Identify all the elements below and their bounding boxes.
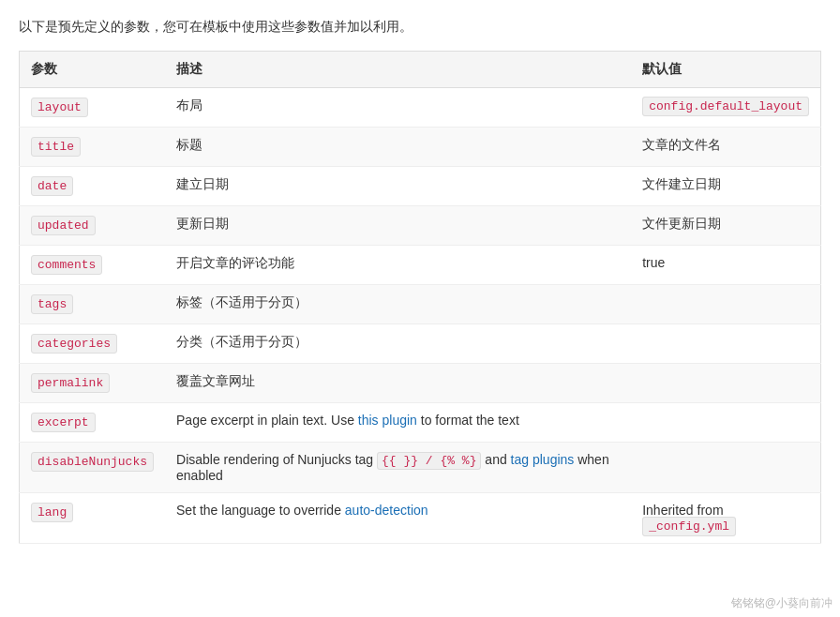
table-header-row: 参数 描述 默认值: [20, 52, 821, 88]
param-code: disableNunjucks: [31, 452, 154, 472]
auto-detection-link[interactable]: auto-detection: [345, 503, 428, 518]
description-cell: 分类（不适用于分页）: [165, 324, 631, 364]
param-code: lang: [31, 503, 73, 522]
col-header-default: 默认值: [631, 52, 820, 88]
description-cell: Page excerpt in plain text. Use this plu…: [165, 403, 631, 443]
param-cell: permalink: [20, 364, 166, 403]
table-row: date建立日期文件建立日期: [20, 167, 821, 206]
param-code: date: [31, 176, 73, 196]
param-code: comments: [31, 255, 102, 275]
col-header-description: 描述: [165, 52, 631, 88]
description-cell: 更新日期: [165, 206, 631, 246]
default-config-yml: _config.yml: [642, 517, 736, 536]
table-row: categories分类（不适用于分页）: [20, 324, 821, 364]
default-cell: [631, 285, 820, 324]
table-row: comments开启文章的评论功能true: [20, 246, 821, 285]
param-code: tags: [31, 294, 73, 314]
param-code: excerpt: [31, 413, 96, 432]
description-cell: 建立日期: [165, 167, 631, 206]
default-cell: true: [631, 246, 820, 285]
table-row: langSet the language to override auto-de…: [20, 493, 821, 544]
table-row: updated更新日期文件更新日期: [20, 206, 821, 246]
param-cell: disableNunjucks: [20, 443, 166, 493]
param-cell: layout: [20, 88, 166, 128]
param-code: permalink: [31, 373, 110, 393]
default-code-value: config.default_layout: [642, 97, 809, 116]
description-cell: Disable rendering of Nunjucks tag {{ }} …: [165, 443, 631, 493]
param-cell: date: [20, 167, 166, 206]
param-code: layout: [31, 98, 88, 117]
param-code: categories: [31, 334, 117, 354]
param-code: updated: [31, 216, 96, 235]
table-row: tags标签（不适用于分页）: [20, 285, 821, 324]
description-cell: 覆盖文章网址: [165, 364, 631, 403]
description-cell: 布局: [165, 88, 631, 128]
description-cell: 开启文章的评论功能: [165, 246, 631, 285]
table-row: excerptPage excerpt in plain text. Use t…: [20, 403, 821, 443]
param-code: title: [31, 137, 81, 157]
default-cell: config.default_layout: [631, 88, 820, 128]
description-cell: 标签（不适用于分页）: [165, 285, 631, 324]
param-cell: categories: [20, 324, 166, 364]
intro-paragraph: 以下是预先定义的参数，您可在模板中使用这些参数值并加以利用。: [19, 19, 821, 36]
table-row: layout布局config.default_layout: [20, 88, 821, 128]
default-cell: [631, 443, 820, 493]
default-cell: [631, 324, 820, 364]
tag-plugins-link[interactable]: tag plugins: [511, 452, 575, 467]
default-cell: [631, 364, 820, 403]
description-cell: 标题: [165, 128, 631, 167]
table-row: disableNunjucksDisable rendering of Nunj…: [20, 443, 821, 493]
default-cell: 文章的文件名: [631, 128, 820, 167]
default-cell: Inherited from_config.yml: [631, 493, 820, 544]
param-cell: updated: [20, 206, 166, 246]
param-cell: comments: [20, 246, 166, 285]
nunjucks-code: {{ }} / {% %}: [377, 452, 481, 470]
intro-text: 以下是预先定义的参数，您可在模板中使用这些参数值并加以利用。: [19, 19, 412, 34]
table-row: title标题文章的文件名: [20, 128, 821, 167]
default-cell: 文件建立日期: [631, 167, 820, 206]
col-header-param: 参数: [20, 52, 166, 88]
excerpt-plugin-link[interactable]: this plugin: [358, 413, 417, 428]
default-cell: [631, 403, 820, 443]
param-cell: lang: [20, 493, 166, 544]
default-cell: 文件更新日期: [631, 206, 820, 246]
param-cell: title: [20, 128, 166, 167]
param-cell: tags: [20, 285, 166, 324]
description-cell: Set the language to override auto-detect…: [165, 493, 631, 544]
param-cell: excerpt: [20, 403, 166, 443]
table-row: permalink覆盖文章网址: [20, 364, 821, 403]
params-table: 参数 描述 默认值 layout布局config.default_layoutt…: [19, 51, 821, 544]
